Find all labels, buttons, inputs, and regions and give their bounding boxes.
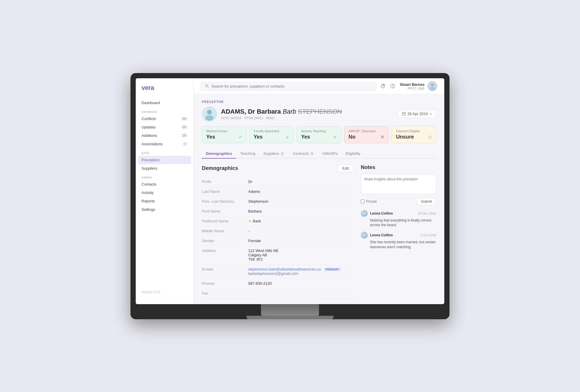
- demographics-section: Demographics Edit Prefix Dr Last Name Ad…: [202, 164, 354, 298]
- preceptor-ids: UCID 265534 CPSA 24011 MINC -: [221, 116, 342, 120]
- field-label: Prefix: [202, 179, 248, 184]
- field-value: Adams: [248, 189, 354, 194]
- sidebar-item-label: Suppliers: [142, 166, 157, 170]
- user-text: Stuart Barnes PPST, UME: [400, 82, 425, 90]
- email-primary-link[interactable]: stephenson.barb@albertahealthservices.ca: [248, 267, 321, 271]
- section-header: Demographics Edit: [202, 164, 354, 172]
- svg-point-4: [392, 87, 393, 88]
- check-icon: ✓: [286, 134, 289, 140]
- sidebar-item-label: Updates: [142, 125, 155, 129]
- user-info[interactable]: Stuart Barnes PPST, UME: [400, 81, 437, 91]
- note-author: Leona Collins: [370, 211, 393, 215]
- tab-contracts[interactable]: Contracts3: [289, 149, 318, 159]
- preceptor-name: ADAMS, Dr Barbara Barb STEPHENSON: [221, 108, 342, 115]
- search-wrapper[interactable]: [201, 82, 377, 91]
- field-row-prev-last-name: Prev. Last Name(s) Stephenson: [202, 197, 354, 206]
- tab-amhsps[interactable]: AMHSPs: [318, 149, 342, 159]
- status-card-label: Actively Teaching: [301, 129, 337, 133]
- tab-eligibility[interactable]: Eligibility: [342, 149, 365, 159]
- tab-suppliers[interactable]: Suppliers2: [259, 149, 289, 159]
- associations-badge: 7: [182, 142, 188, 146]
- sidebar-item-label: Associations: [142, 142, 163, 146]
- sidebar-item-label: Additions: [142, 133, 157, 138]
- search-icon: [205, 84, 209, 88]
- note-text: She has recently been married, but certa…: [370, 240, 436, 250]
- search-input[interactable]: [211, 84, 372, 88]
- email-secondary-link[interactable]: barbstephenson2@gmail.com: [248, 271, 298, 276]
- preceptor-avatar: [202, 106, 217, 121]
- user-name: Stuart Barnes: [400, 82, 425, 87]
- field-label: Emails: [202, 267, 248, 276]
- private-checkbox[interactable]: [361, 199, 365, 203]
- sidebar-section-admin: ADMIN: [136, 173, 193, 180]
- svg-rect-11: [402, 112, 405, 115]
- field-row-fax: Fax: [202, 288, 354, 298]
- tab-teaching[interactable]: Teaching: [236, 149, 259, 159]
- tab-demographics[interactable]: Demographics: [202, 149, 236, 159]
- status-card-medical-doctor: Medical Doctor Yes ✓: [202, 126, 246, 143]
- sidebar-item-reports[interactable]: Reports: [136, 197, 193, 205]
- status-card-amhsp: AMHSP: Education No ✕: [344, 126, 389, 143]
- field-label: Phones: [202, 281, 248, 286]
- field-label: Prev. Last Name(s): [202, 199, 248, 204]
- field-value: 587-830-2120: [248, 281, 354, 286]
- field-row-first-name: First Name Barbara: [202, 206, 354, 216]
- notes-title: Notes: [361, 164, 436, 170]
- calendar-icon: [402, 112, 406, 116]
- field-label: Gender: [202, 239, 248, 243]
- sidebar-item-label: Reports: [142, 199, 155, 203]
- updates-badge: 24: [181, 125, 188, 129]
- note-header: LC Leona Collins 22 Dec 2018: [361, 210, 436, 217]
- app-logo: vera: [142, 84, 154, 91]
- notes-textarea[interactable]: [361, 174, 436, 194]
- preceptor-header: ADAMS, Dr Barbara Barb STEPHENSON UCID 2…: [202, 106, 436, 121]
- cross-icon: ✕: [380, 134, 384, 140]
- demographics-title: Demographics: [202, 165, 238, 171]
- status-card-row: Yes ✓: [254, 134, 290, 140]
- sidebar-section-changes: CHANGES: [136, 107, 193, 115]
- sidebar-item-contacts[interactable]: Contacts: [136, 180, 193, 188]
- additions-badge: 19: [181, 134, 188, 137]
- sidebar-item-label: Conflicts: [142, 117, 156, 121]
- primary-badge: PRIMARY: [324, 268, 341, 271]
- sidebar-item-suppliers[interactable]: Suppliers: [136, 164, 193, 173]
- sidebar-item-activity[interactable]: Activity: [136, 188, 193, 197]
- date-selector[interactable]: 29 Apr 2019: [398, 110, 436, 118]
- field-row-middle-name: Middle Name -: [202, 226, 354, 236]
- sidebar-item-updates[interactable]: Updates 24: [136, 123, 193, 131]
- sidebar-item-additions[interactable]: Additions 19: [136, 131, 193, 140]
- sidebar-item-conflicts[interactable]: Conflicts 34: [136, 115, 193, 123]
- status-card-payment-eligible: Payment Eligible Unsure ⚠: [392, 126, 436, 143]
- sidebar-item-preceptors[interactable]: Preceptors: [138, 156, 191, 164]
- logo-area: vera: [136, 84, 193, 99]
- field-value: ★Barb: [248, 219, 354, 223]
- field-label: Address: [202, 248, 248, 262]
- field-row-prefix: Prefix Dr: [202, 177, 354, 187]
- sidebar-item-dashboard[interactable]: Dashboard: [136, 99, 193, 107]
- submit-button[interactable]: Submit: [417, 198, 436, 205]
- status-card-row: No ✕: [349, 134, 385, 140]
- status-card-value: Unsure: [396, 134, 414, 140]
- sidebar-item-settings[interactable]: Settings: [136, 205, 193, 214]
- version-label: Version 2.0.0: [136, 286, 193, 298]
- preceptor-name-row: ADAMS, Dr Barbara Barb STEPHENSON UCID 2…: [221, 108, 342, 120]
- private-label[interactable]: Private: [361, 199, 377, 204]
- sidebar-section-data: DATA: [136, 148, 193, 156]
- conflicts-badge: 34: [181, 117, 188, 121]
- status-card-value: Yes: [206, 134, 215, 140]
- contracts-tab-badge: 3: [310, 152, 314, 156]
- edit-button[interactable]: Edit: [338, 164, 354, 172]
- notifications-button[interactable]: [380, 84, 385, 89]
- field-label: First Name: [202, 209, 248, 213]
- status-card-row: Yes ✓: [301, 134, 337, 140]
- sidebar-item-associations[interactable]: Associations 7: [136, 140, 193, 148]
- field-row-phones: Phones 587-830-2120: [202, 279, 354, 288]
- note-avatar: LC: [361, 210, 368, 217]
- status-card-value: Yes: [254, 134, 263, 140]
- sidebar-item-label: Dashboard: [142, 101, 160, 105]
- help-button[interactable]: [390, 84, 395, 89]
- sidebar-item-label: Preceptors: [142, 158, 160, 162]
- check-icon: ✓: [333, 134, 337, 140]
- svg-line-1: [208, 87, 209, 88]
- status-card-label: Payment Eligible: [396, 129, 432, 133]
